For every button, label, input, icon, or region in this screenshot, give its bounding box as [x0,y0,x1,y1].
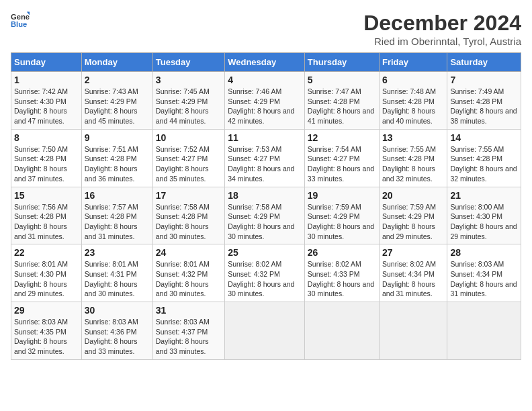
calendar-cell: 29Sunrise: 8:03 AMSunset: 4:35 PMDayligh… [11,302,82,360]
day-info: Sunrise: 8:03 AMSunset: 4:36 PMDaylight:… [85,317,150,357]
day-info: Sunrise: 7:52 AMSunset: 4:27 PMDaylight:… [156,144,222,184]
svg-text:General: General [11,13,30,21]
day-number: 6 [382,75,444,85]
day-info: Sunrise: 8:00 AMSunset: 4:30 PMDaylight:… [450,202,518,242]
day-info: Sunrise: 7:54 AMSunset: 4:27 PMDaylight:… [308,144,376,184]
day-info: Sunrise: 8:03 AMSunset: 4:34 PMDaylight:… [450,259,518,299]
day-info: Sunrise: 7:47 AMSunset: 4:28 PMDaylight:… [308,87,376,126]
day-number: 21 [450,190,518,201]
day-info: Sunrise: 8:02 AMSunset: 4:32 PMDaylight:… [228,259,302,299]
title-block: December 2024 Ried im Oberinntal, Tyrol,… [363,11,521,47]
day-info: Sunrise: 7:58 AMSunset: 4:28 PMDaylight:… [156,202,222,242]
calendar-cell: 3Sunrise: 7:45 AMSunset: 4:29 PMDaylight… [152,72,224,130]
day-info: Sunrise: 7:55 AMSunset: 4:28 PMDaylight:… [382,144,444,184]
calendar-cell: 27Sunrise: 8:02 AMSunset: 4:34 PMDayligh… [380,244,447,302]
day-number: 1 [14,75,79,85]
logo: General Blue [11,11,30,30]
day-info: Sunrise: 8:03 AMSunset: 4:37 PMDaylight:… [156,317,222,357]
day-number: 5 [308,75,376,85]
day-info: Sunrise: 7:53 AMSunset: 4:27 PMDaylight:… [228,144,302,184]
calendar-header-thursday: Thursday [304,53,379,72]
day-info: Sunrise: 8:01 AMSunset: 4:32 PMDaylight:… [156,259,222,299]
day-info: Sunrise: 8:03 AMSunset: 4:35 PMDaylight:… [14,317,79,357]
day-info: Sunrise: 7:42 AMSunset: 4:30 PMDaylight:… [14,87,79,126]
day-number: 13 [382,132,444,143]
day-info: Sunrise: 8:02 AMSunset: 4:33 PMDaylight:… [308,259,376,299]
calendar-header-wednesday: Wednesday [225,53,305,72]
calendar-cell: 21Sunrise: 8:00 AMSunset: 4:30 PMDayligh… [447,187,521,244]
day-number: 18 [228,190,302,201]
day-info: Sunrise: 7:51 AMSunset: 4:28 PMDaylight:… [85,144,150,184]
day-info: Sunrise: 7:57 AMSunset: 4:28 PMDaylight:… [85,202,150,242]
day-number: 3 [156,75,222,85]
page-subtitle: Ried im Oberinntal, Tyrol, Austria [363,36,521,47]
day-number: 8 [14,132,79,143]
calendar-week-4: 22Sunrise: 8:01 AMSunset: 4:30 PMDayligh… [11,244,521,302]
day-number: 17 [156,190,222,201]
day-number: 24 [156,247,222,258]
day-number: 11 [228,132,302,143]
svg-text:Blue: Blue [11,20,27,28]
calendar-cell: 5Sunrise: 7:47 AMSunset: 4:28 PMDaylight… [304,72,379,130]
calendar-week-3: 15Sunrise: 7:56 AMSunset: 4:28 PMDayligh… [11,187,521,244]
calendar-header-friday: Friday [380,53,447,72]
day-number: 30 [85,305,150,316]
calendar-body: 1Sunrise: 7:42 AMSunset: 4:30 PMDaylight… [11,72,521,360]
calendar-cell: 11Sunrise: 7:53 AMSunset: 4:27 PMDayligh… [225,129,305,187]
day-info: Sunrise: 7:45 AMSunset: 4:29 PMDaylight:… [156,87,222,126]
calendar-cell: 8Sunrise: 7:50 AMSunset: 4:28 PMDaylight… [11,129,82,187]
day-info: Sunrise: 7:50 AMSunset: 4:28 PMDaylight:… [14,144,79,184]
day-number: 9 [85,132,150,143]
day-info: Sunrise: 7:46 AMSunset: 4:29 PMDaylight:… [228,87,302,126]
day-number: 25 [228,247,302,258]
calendar-cell: 1Sunrise: 7:42 AMSunset: 4:30 PMDaylight… [11,72,82,130]
calendar-header-monday: Monday [81,53,152,72]
calendar-week-1: 1Sunrise: 7:42 AMSunset: 4:30 PMDaylight… [11,72,521,130]
day-number: 14 [450,132,518,143]
calendar-header-saturday: Saturday [447,53,521,72]
calendar-header-row: SundayMondayTuesdayWednesdayThursdayFrid… [11,53,521,72]
calendar-cell: 23Sunrise: 8:01 AMSunset: 4:31 PMDayligh… [81,244,152,302]
day-number: 22 [14,247,79,258]
day-info: Sunrise: 7:43 AMSunset: 4:29 PMDaylight:… [85,87,150,126]
calendar-cell: 10Sunrise: 7:52 AMSunset: 4:27 PMDayligh… [152,129,224,187]
calendar-week-2: 8Sunrise: 7:50 AMSunset: 4:28 PMDaylight… [11,129,521,187]
calendar-cell: 7Sunrise: 7:49 AMSunset: 4:28 PMDaylight… [447,72,521,130]
calendar-cell: 26Sunrise: 8:02 AMSunset: 4:33 PMDayligh… [304,244,379,302]
day-info: Sunrise: 7:59 AMSunset: 4:29 PMDaylight:… [382,202,444,242]
calendar-cell: 17Sunrise: 7:58 AMSunset: 4:28 PMDayligh… [152,187,224,244]
day-info: Sunrise: 7:58 AMSunset: 4:29 PMDaylight:… [228,202,302,242]
page-title: December 2024 [363,11,521,36]
day-number: 20 [382,190,444,201]
day-number: 28 [450,247,518,258]
day-info: Sunrise: 7:59 AMSunset: 4:29 PMDaylight:… [308,202,376,242]
calendar-header-sunday: Sunday [11,53,82,72]
calendar-cell [225,302,305,360]
day-number: 19 [308,190,376,201]
day-number: 4 [228,75,302,85]
calendar-cell: 20Sunrise: 7:59 AMSunset: 4:29 PMDayligh… [380,187,447,244]
calendar-cell: 19Sunrise: 7:59 AMSunset: 4:29 PMDayligh… [304,187,379,244]
calendar-cell: 18Sunrise: 7:58 AMSunset: 4:29 PMDayligh… [225,187,305,244]
day-number: 12 [308,132,376,143]
calendar-table: SundayMondayTuesdayWednesdayThursdayFrid… [11,52,521,360]
calendar-cell: 28Sunrise: 8:03 AMSunset: 4:34 PMDayligh… [447,244,521,302]
calendar-cell: 30Sunrise: 8:03 AMSunset: 4:36 PMDayligh… [81,302,152,360]
logo-icon: General Blue [11,11,30,30]
calendar-cell [380,302,447,360]
calendar-cell: 15Sunrise: 7:56 AMSunset: 4:28 PMDayligh… [11,187,82,244]
calendar-cell [304,302,379,360]
calendar-cell: 9Sunrise: 7:51 AMSunset: 4:28 PMDaylight… [81,129,152,187]
day-number: 16 [85,190,150,201]
day-number: 29 [14,305,79,316]
day-number: 15 [14,190,79,201]
day-info: Sunrise: 7:49 AMSunset: 4:28 PMDaylight:… [450,87,518,126]
calendar-cell: 12Sunrise: 7:54 AMSunset: 4:27 PMDayligh… [304,129,379,187]
day-number: 10 [156,132,222,143]
day-number: 23 [85,247,150,258]
calendar-cell: 24Sunrise: 8:01 AMSunset: 4:32 PMDayligh… [152,244,224,302]
page-header: General Blue December 2024 Ried im Oberi… [11,11,521,47]
calendar-cell: 2Sunrise: 7:43 AMSunset: 4:29 PMDaylight… [81,72,152,130]
day-info: Sunrise: 7:56 AMSunset: 4:28 PMDaylight:… [14,202,79,242]
day-number: 2 [85,75,150,85]
